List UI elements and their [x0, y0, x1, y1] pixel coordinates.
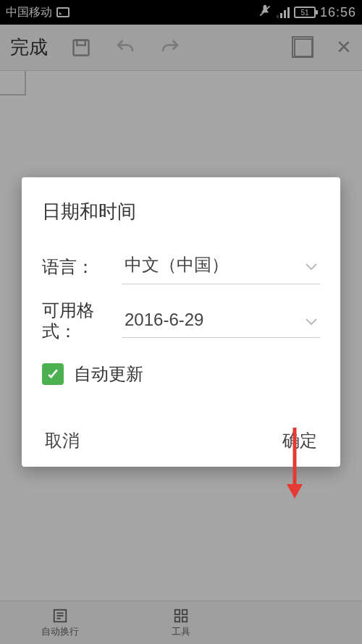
confirm-button[interactable]: 确定 [282, 429, 317, 452]
format-row: 可用格式： 2016-6-29 [42, 300, 320, 342]
chevron-down-icon [306, 255, 317, 275]
language-select[interactable]: 中文（中国） [122, 249, 320, 284]
format-select[interactable]: 2016-6-29 [122, 305, 320, 338]
dialog-title: 日期和时间 [42, 199, 320, 224]
format-value: 2016-6-29 [125, 310, 203, 330]
language-row: 语言： 中文（中国） [42, 249, 320, 284]
format-label: 可用格式： [42, 300, 122, 342]
datetime-dialog: 日期和时间 语言： 中文（中国） 可用格式： 2016-6-29 [22, 177, 340, 467]
auto-update-row[interactable]: 自动更新 [42, 363, 320, 386]
checkbox-checked-icon[interactable] [42, 363, 64, 385]
language-label: 语言： [42, 255, 122, 279]
chevron-down-icon [306, 310, 317, 330]
cancel-button[interactable]: 取消 [45, 429, 80, 452]
language-value: 中文（中国） [125, 253, 229, 276]
auto-update-label: 自动更新 [74, 363, 143, 386]
modal-overlay[interactable]: 日期和时间 语言： 中文（中国） 可用格式： 2016-6-29 [0, 0, 362, 644]
svg-marker-12 [287, 484, 303, 499]
